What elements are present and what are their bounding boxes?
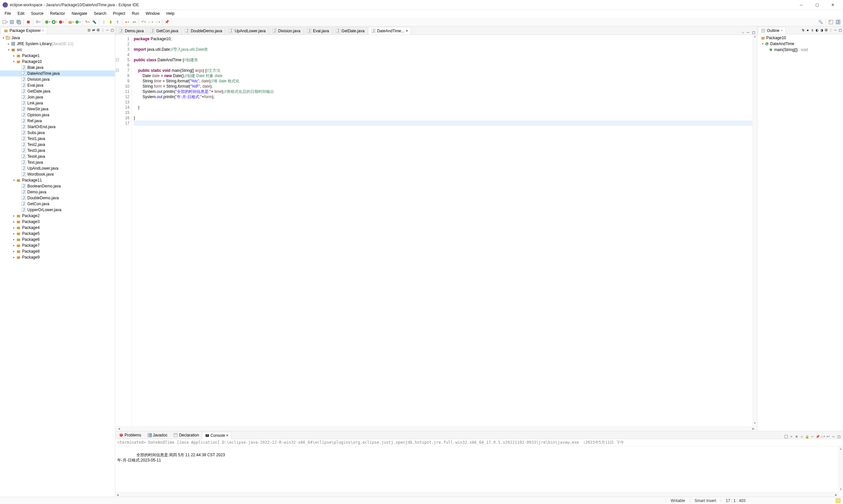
java-perspective-button[interactable]: J (835, 19, 841, 25)
word-wrap-icon[interactable]: ↩ (810, 434, 815, 439)
maximize-view-icon[interactable]: ▢ (838, 28, 842, 33)
minimize-view-icon[interactable]: ─ (746, 30, 750, 35)
minimize-view-icon[interactable]: ─ (105, 28, 110, 33)
display-console-icon[interactable]: ▭ (821, 434, 825, 439)
save-all-button[interactable] (16, 19, 22, 25)
tree-file[interactable]: JBooleanDemo.java (0, 183, 115, 189)
toggle-mark-button[interactable]: ▯ (101, 19, 107, 25)
tree-file[interactable]: JLink.java (0, 100, 115, 106)
tree-package[interactable]: ▸Package9 (0, 254, 115, 260)
package-explorer-tab[interactable]: Package Explorer × (1, 27, 47, 34)
tree-file[interactable]: JTest2.java (0, 142, 115, 148)
coverage-button[interactable] (58, 19, 64, 25)
scroll-lock-icon[interactable]: 🔒 (805, 434, 809, 439)
pin-console-icon[interactable]: 📌 (815, 434, 820, 439)
editor-tab[interactable]: JGetDate.java (333, 27, 367, 35)
menu-source[interactable]: Source (28, 10, 47, 18)
scroll-up-icon[interactable]: ▲ (753, 35, 757, 39)
scroll-right-icon[interactable]: ▶ (751, 427, 756, 430)
maximize-button[interactable]: ▢ (809, 0, 825, 10)
tree-file[interactable]: JTest1.java (0, 136, 115, 142)
editor-hscrollbar[interactable]: ◀ ▶ (115, 426, 757, 431)
minimize-view-icon[interactable]: ─ (833, 28, 838, 33)
close-icon[interactable]: × (781, 29, 783, 32)
tree-file[interactable]: JDateAndTime.java (0, 71, 115, 76)
outline-tree[interactable]: Package10 ▾ C DateAndTime main(String[])… (757, 34, 843, 431)
close-icon[interactable]: × (42, 29, 44, 32)
new-package-button[interactable] (68, 19, 74, 25)
forward-button[interactable]: → (155, 19, 160, 25)
terminate-button[interactable] (25, 19, 31, 25)
editor-tab[interactable]: JGetCon.java (147, 27, 181, 35)
tree-src[interactable]: ▾ssrc (0, 47, 115, 53)
hide-fields-icon[interactable]: ● (805, 28, 810, 33)
remove-all-icon[interactable]: ✖ (794, 434, 799, 439)
menu-navigate[interactable]: Navigate (68, 10, 90, 18)
scroll-left-icon[interactable]: ◀ (116, 427, 121, 430)
outline-class[interactable]: ▾ C DateAndTime (758, 41, 842, 47)
close-button[interactable]: ✕ (825, 0, 840, 10)
maximize-view-icon[interactable]: ▢ (110, 28, 114, 33)
close-icon[interactable]: × (406, 29, 408, 33)
run-button[interactable] (51, 19, 57, 25)
new-button[interactable] (2, 19, 8, 25)
editor-tab[interactable]: JDemo.java (116, 27, 147, 35)
collapse-all-icon[interactable]: ⊟ (87, 28, 91, 33)
pin-editor-button[interactable]: 📌 (164, 19, 170, 25)
annotation-prev-button[interactable]: ◂ (131, 19, 137, 25)
menu-refactor[interactable]: Refactor (47, 10, 68, 18)
show-whitespace-button[interactable]: ¶ (115, 19, 121, 25)
remove-launch-icon[interactable]: ✕ (789, 434, 794, 439)
tree-file[interactable]: JUpperOrLower.java (0, 207, 115, 213)
tree-file[interactable]: JGetDate.java (0, 88, 115, 94)
tree-file[interactable]: JWordbook.java (0, 171, 115, 177)
maximize-view-icon[interactable]: ▢ (751, 30, 756, 35)
menu-window[interactable]: Window (142, 10, 163, 18)
tree-package[interactable]: ▸Package7 (0, 242, 115, 248)
tree-file[interactable]: JOpinion.java (0, 112, 115, 118)
tip-icon[interactable] (836, 499, 840, 503)
tree-file[interactable]: JText.java (0, 159, 115, 165)
toggle-block-button[interactable]: ▮ (108, 19, 114, 25)
outline-tab[interactable]: Outline × (758, 27, 786, 34)
package-tree[interactable]: ▾Java▸JRE System Library [JavaSE-11]▾ssr… (0, 34, 115, 497)
view-menu-icon[interactable]: ⋮ (828, 28, 833, 33)
debug-button[interactable] (44, 19, 50, 25)
tree-package[interactable]: ▸Package1 (0, 53, 115, 59)
tree-file[interactable]: JDemo.java (0, 189, 115, 195)
tree-file[interactable]: JEval.java (0, 82, 115, 88)
outline-method[interactable]: main(String[]) : void (758, 47, 842, 53)
tree-package[interactable]: ▾Package11 (0, 177, 115, 183)
sort-icon[interactable]: ⇅ (801, 28, 805, 33)
tree-package[interactable]: ▸Package8 (0, 248, 115, 254)
tree-package[interactable]: ▸Package2 (0, 213, 115, 219)
scroll-down-icon[interactable]: ▼ (753, 422, 757, 426)
focus-icon[interactable]: ⦿ (96, 28, 101, 33)
tree-package[interactable]: ▸Package6 (0, 236, 115, 242)
tree-project[interactable]: ▾Java (0, 35, 115, 41)
bottom-tab-javadoc[interactable]: @Javadoc (144, 432, 171, 439)
tree-package[interactable]: ▸Package3 (0, 219, 115, 224)
back-button[interactable]: ← (148, 19, 154, 25)
menu-edit[interactable]: Edit (14, 10, 28, 18)
tree-file[interactable]: JUpAndLower.java (0, 165, 115, 171)
terminate-icon[interactable] (784, 434, 788, 439)
tree-file[interactable]: JTest3.java (0, 148, 115, 154)
editor-tab[interactable]: JUpAndLower.java (226, 27, 268, 35)
tree-file[interactable]: JDoubleDemo.java (0, 195, 115, 201)
maximize-view-icon[interactable]: ▢ (837, 434, 841, 439)
hide-nonpublic-icon[interactable]: ◐ (815, 28, 819, 33)
close-icon[interactable]: × (226, 433, 228, 438)
tree-file[interactable]: JStartOrEnd.java (0, 124, 115, 130)
editor-tab[interactable]: JEval.java (304, 27, 332, 35)
tree-package[interactable]: ▾Package10 (0, 59, 115, 65)
bottom-tab-console[interactable]: >Console× (202, 432, 231, 439)
view-menu-icon[interactable]: ⋮ (101, 28, 105, 33)
quick-access-button[interactable]: 🔍 (818, 19, 824, 25)
tree-file[interactable]: JNewStr.java (0, 106, 115, 112)
tree-file[interactable]: JGetCon.java (0, 201, 115, 207)
tree-jre[interactable]: ▸JRE System Library [JavaSE-11] (0, 41, 115, 47)
hide-local-icon[interactable]: ◑ (819, 28, 824, 33)
open-type-button[interactable]: ⚙ (35, 19, 41, 25)
tree-file[interactable]: JRef.java (0, 118, 115, 124)
